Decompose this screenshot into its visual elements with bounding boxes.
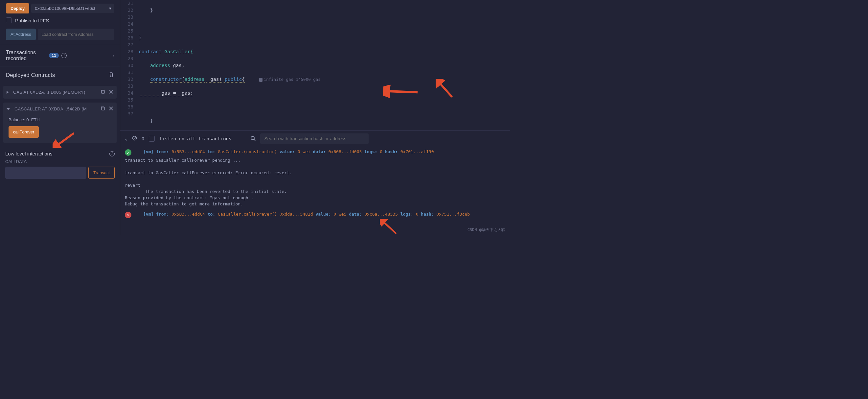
log-entry-success[interactable]: ✓ [vm] from: 0x5B3...eddC4 to: GasCaller… [125, 149, 505, 156]
info-icon[interactable]: i [110, 151, 115, 156]
transactions-count-badge: 11 [49, 53, 59, 58]
annotation-arrow [380, 219, 400, 235]
listen-label: listen on all transactions [159, 136, 231, 141]
line-gutter: 2122232425262728293031323334353637 [120, 0, 137, 130]
code-editor[interactable]: 2122232425262728293031323334353637 } } c… [120, 0, 510, 130]
terminal-output[interactable]: ✓ [vm] from: 0x5B3...eddC4 to: GasCaller… [120, 147, 510, 235]
collapse-icon[interactable]: ⌄ [125, 136, 127, 141]
low-level-interactions-title: Low level interactions [5, 151, 110, 156]
close-icon[interactable] [109, 106, 113, 112]
at-address-input[interactable] [38, 29, 114, 40]
log-entry-error[interactable]: ✕ [vm] from: 0x5B3...eddC4 to: GasCaller… [125, 212, 505, 218]
contract-card: GAS AT 0XD2A...FD005 (MEMORY) [3, 86, 117, 99]
contract-card: GASCALLER AT 0XDDA...5482D (M Balance: 0… [3, 102, 117, 143]
log-text: transact to GasCaller.callForever pendin… [125, 157, 505, 207]
svg-line-3 [386, 91, 417, 92]
x-icon: ✕ [125, 212, 131, 218]
publish-ipfs-checkbox[interactable] [6, 18, 12, 23]
chevron-right-icon: › [112, 53, 114, 58]
gas-icon [259, 78, 262, 82]
balance-label: Balance: 0. ETH [8, 117, 112, 122]
svg-point-7 [251, 136, 254, 140]
calldata-input[interactable] [5, 166, 86, 179]
listen-checkbox[interactable] [149, 136, 155, 142]
annotation-arrow [383, 85, 419, 99]
annotation-arrow [436, 79, 455, 99]
search-icon[interactable] [250, 136, 256, 142]
check-icon: ✓ [125, 149, 131, 156]
svg-rect-1 [101, 107, 104, 110]
ban-icon[interactable] [132, 136, 137, 142]
deploy-button[interactable]: Deploy [6, 3, 29, 13]
info-icon[interactable]: i [61, 53, 67, 58]
deploy-sidebar: Deploy 0xd2a5bC10698FD955D1Fe6ct ▾ Publi… [0, 0, 120, 235]
svg-line-8 [254, 140, 255, 141]
terminal-search-input[interactable] [260, 133, 369, 144]
svg-rect-0 [101, 90, 104, 93]
close-icon[interactable] [109, 89, 113, 95]
trash-icon[interactable] [109, 72, 114, 79]
publish-ipfs-label: Publish to IPFS [15, 18, 49, 23]
pending-count: 0 [142, 136, 144, 141]
main-area: 2122232425262728293031323334353637 } } c… [120, 0, 510, 235]
code-content: } } contract GasCaller{ address gas; con… [137, 0, 328, 130]
at-address-button[interactable]: At Address [6, 29, 36, 40]
account-select[interactable]: 0xd2a5bC10698FD955D1Fe6ct [31, 4, 114, 13]
terminal-panel: ⌄ 0 listen on all transactions ✓ [vm] fr… [120, 130, 510, 235]
copy-icon[interactable] [100, 89, 105, 95]
watermark: CSDN @华天下之大软 [467, 227, 505, 233]
transactions-recorded-row[interactable]: Transactions recorded 11 i › [0, 45, 120, 66]
callforever-button[interactable]: callForever [8, 126, 39, 138]
transactions-title: Transactions recorded [6, 50, 46, 61]
transact-button[interactable]: Transact [88, 166, 115, 179]
contract-name[interactable]: GASCALLER AT 0XDDA...5482D (M [14, 106, 97, 112]
contract-name[interactable]: GAS AT 0XD2A...FD005 (MEMORY) [13, 90, 97, 95]
svg-line-4 [438, 82, 452, 97]
chevron-down-icon[interactable] [7, 108, 10, 110]
calldata-label: CALLDATA [0, 158, 120, 165]
copy-icon[interactable] [100, 106, 105, 112]
deployed-contracts-title: Deployed Contracts [6, 72, 109, 79]
gas-hint: infinite gas 145000 gas [259, 77, 321, 82]
chevron-right-icon[interactable] [7, 91, 8, 94]
svg-line-6 [133, 137, 136, 140]
svg-line-9 [382, 221, 396, 234]
